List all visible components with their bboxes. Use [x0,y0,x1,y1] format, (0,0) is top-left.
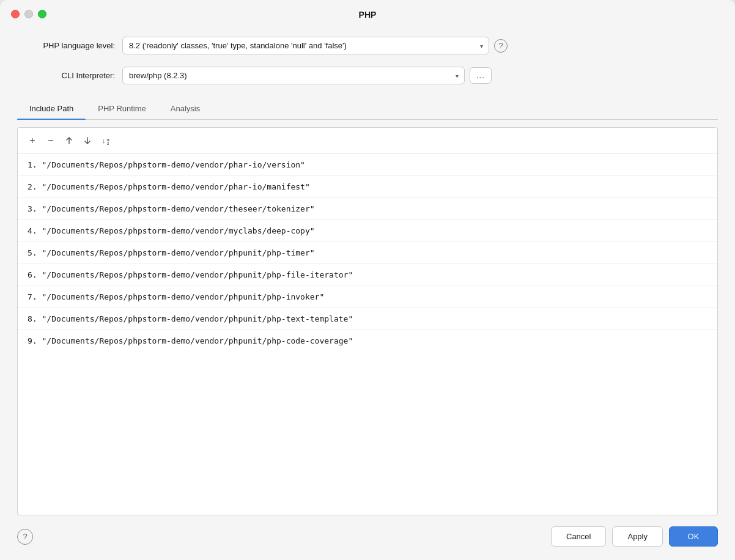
sort-icon: ↓ a z [102,136,113,145]
sort-button[interactable]: ↓ a z [97,133,118,149]
footer-buttons: Cancel Apply OK [551,526,718,547]
maximize-button[interactable] [38,10,46,18]
list-item[interactable]: 4. "/Documents/Repos/phpstorm-demo/vendo… [18,220,717,242]
path-number: 7. [28,292,37,301]
path-toolbar: + − ↓ a z [18,128,717,154]
path-value: "/Documents/Repos/phpstorm-demo/vendor/p… [42,248,314,257]
path-number: 3. [28,204,37,213]
footer-help-button[interactable]: ? [17,529,33,545]
list-item[interactable]: 8. "/Documents/Repos/phpstorm-demo/vendo… [18,308,717,330]
path-number: 5. [28,248,37,257]
close-button[interactable] [11,10,20,18]
path-number: 2. [28,182,37,191]
path-number: 9. [28,336,37,345]
list-item[interactable]: 3. "/Documents/Repos/phpstorm-demo/vendo… [18,198,717,220]
traffic-lights [11,10,46,18]
path-value: "/Documents/Repos/phpstorm-demo/vendor/p… [42,292,324,301]
svg-text:z: z [107,141,109,145]
dialog-title: PHP [359,10,377,20]
php-level-row: PHP language level: 8.2 ('readonly' clas… [17,37,718,54]
content-area: PHP language level: 8.2 ('readonly' clas… [0,27,735,515]
cancel-button[interactable]: Cancel [551,526,606,547]
move-down-icon [83,136,92,145]
php-level-select[interactable]: 8.2 ('readonly' classes, 'true' type, st… [122,37,489,54]
php-level-select-container: 8.2 ('readonly' classes, 'true' type, st… [122,37,489,54]
tab-php-runtime[interactable]: PHP Runtime [86,99,158,119]
path-panel: + − ↓ a z [17,127,718,515]
cli-interpreter-ellipsis-button[interactable]: ... [470,67,492,84]
cli-interpreter-select[interactable]: brew/php (8.2.3) [122,67,465,84]
list-item[interactable]: 5. "/Documents/Repos/phpstorm-demo/vendo… [18,242,717,264]
path-number: 1. [28,160,37,169]
php-dialog: PHP PHP language level: 8.2 ('readonly' … [0,0,735,560]
php-level-help-icon[interactable]: ? [494,39,508,53]
path-value: "/Documents/Repos/phpstorm-demo/vendor/p… [42,182,309,191]
tab-include-path[interactable]: Include Path [17,99,86,119]
path-value: "/Documents/Repos/phpstorm-demo/vendor/p… [42,160,305,169]
move-up-icon [65,136,73,145]
ok-button[interactable]: OK [669,526,718,547]
apply-button[interactable]: Apply [612,526,663,547]
path-value: "/Documents/Repos/phpstorm-demo/vendor/m… [42,226,314,235]
minimize-button[interactable] [24,10,33,18]
svg-text:↓: ↓ [102,137,106,144]
move-down-button[interactable] [79,133,96,149]
path-value: "/Documents/Repos/phpstorm-demo/vendor/t… [42,204,314,213]
cli-interpreter-row: CLI Interpreter: brew/php (8.2.3) ▾ ... [17,67,718,84]
footer: ? Cancel Apply OK [0,515,735,560]
path-number: 8. [28,314,37,323]
path-list: 1. "/Documents/Repos/phpstorm-demo/vendo… [18,154,717,515]
list-item[interactable]: 9. "/Documents/Repos/phpstorm-demo/vendo… [18,330,717,352]
title-bar: PHP [0,0,735,27]
path-number: 4. [28,226,37,235]
path-value: "/Documents/Repos/phpstorm-demo/vendor/p… [42,270,353,279]
path-number: 6. [28,270,37,279]
tab-analysis[interactable]: Analysis [158,99,212,119]
list-item[interactable]: 7. "/Documents/Repos/phpstorm-demo/vendo… [18,286,717,308]
remove-path-button[interactable]: − [42,133,59,149]
php-level-label: PHP language level: [17,41,115,50]
path-value: "/Documents/Repos/phpstorm-demo/vendor/p… [42,314,353,323]
list-item[interactable]: 6. "/Documents/Repos/phpstorm-demo/vendo… [18,264,717,286]
path-value: "/Documents/Repos/phpstorm-demo/vendor/p… [42,336,353,345]
add-path-button[interactable]: + [24,133,41,149]
list-item[interactable]: 1. "/Documents/Repos/phpstorm-demo/vendo… [18,154,717,176]
cli-interpreter-select-container: brew/php (8.2.3) ▾ [122,67,465,84]
cli-interpreter-label: CLI Interpreter: [17,71,115,80]
tabs-bar: Include Path PHP Runtime Analysis [17,99,718,120]
move-up-button[interactable] [61,133,78,149]
list-item[interactable]: 2. "/Documents/Repos/phpstorm-demo/vendo… [18,176,717,198]
